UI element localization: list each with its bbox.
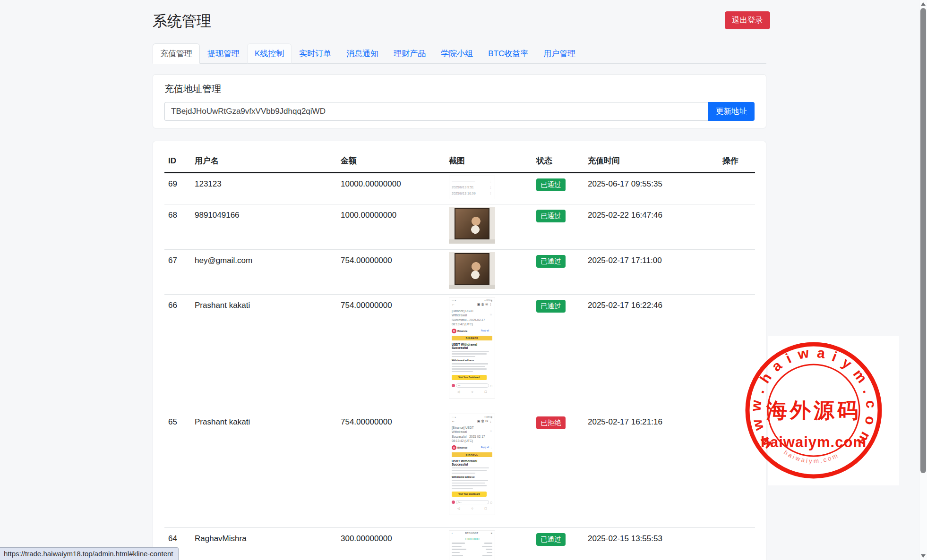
screenshot-thumbnail[interactable]: ◦◦◦ ▸▾ 88%▮ ←▣ 🗑 ✉ ⋮ ☆ [Binance] USDT Wi… xyxy=(449,297,495,399)
cell-status: 已通过 xyxy=(532,250,584,295)
tab-users[interactable]: 用户管理 xyxy=(536,43,583,64)
status-badge: 已通过 xyxy=(536,300,566,313)
cell-screenshot xyxy=(445,204,532,250)
table-row: 65 Prashant kakati 754.00000000 ◦◦◦ ▸▾ 8… xyxy=(164,411,755,528)
cell-username: hey@gmail.com xyxy=(191,250,337,295)
cell-username: RaghavMishra xyxy=(191,528,337,560)
cell-id: 66 xyxy=(164,295,191,411)
table-row: 67 hey@gmail.com 754.00000000 已通过 2025-0… xyxy=(164,250,755,295)
binance-brand-bar: BINANCE xyxy=(452,452,492,457)
cell-time: 2025-02-17 16:22:46 xyxy=(584,295,719,411)
admin-page: 系统管理 退出登录 充值管理 提现管理 K线控制 实时订单 消息通知 理财产品 … xyxy=(0,0,927,560)
cell-amount: 754.00000000 xyxy=(337,250,445,295)
stamp-center-chinese: 海外源码 xyxy=(766,399,861,422)
screenshot-thumbnail[interactable]: ◦◦◦ ▸▾ 88%▮ ←▣ 🗑 ✉ ⋮ ☆ [Binance] USDT Wi… xyxy=(449,414,495,515)
col-header-id: ID xyxy=(164,152,191,173)
vertical-scrollbar[interactable] xyxy=(919,0,927,560)
screenshot-thumbnail[interactable]: ⋮ 2025/6/13 9:51⋮ 2025/6/13 16:09⋮ xyxy=(449,176,495,199)
status-badge: 已通过 xyxy=(536,533,566,546)
cell-action xyxy=(719,250,755,295)
cell-username: 9891049166 xyxy=(191,204,337,250)
col-header-action: 操作 xyxy=(719,152,755,173)
col-header-username: 用户名 xyxy=(191,152,337,173)
page-title: 系统管理 xyxy=(153,11,211,31)
status-bubble: https://trade.haiwaiym18.top/admin.html#… xyxy=(0,547,179,560)
table-row: 69 123123 10000.00000000 ⋮ 2025/6/13 9:5… xyxy=(164,173,755,204)
sender-avatar: B xyxy=(452,445,456,450)
cell-time: 2025-02-15 13:55:53 xyxy=(584,528,719,560)
old-man-painting xyxy=(455,208,489,239)
cell-status: 已拒绝 xyxy=(532,411,584,528)
cell-status: 已通过 xyxy=(532,173,584,204)
tab-orders[interactable]: 实时订单 xyxy=(292,43,339,64)
screenshot-thumbnail[interactable] xyxy=(449,252,495,289)
svg-text:haiwaiym.com: haiwaiym.com xyxy=(782,449,839,465)
cell-screenshot xyxy=(445,250,532,295)
cell-status: 已通过 xyxy=(532,295,584,411)
status-badge: 已通过 xyxy=(536,255,566,268)
cell-amount: 10000.00000000 xyxy=(337,173,445,204)
scroll-up-arrow-icon[interactable] xyxy=(921,2,926,6)
cell-action xyxy=(719,204,755,250)
stamp-center-domain: haiwaiym.com xyxy=(761,434,867,450)
col-header-amount: 金额 xyxy=(337,152,445,173)
cell-username: Prashant kakati xyxy=(191,411,337,528)
col-header-shot: 截图 xyxy=(445,152,532,173)
logout-button[interactable]: 退出登录 xyxy=(725,11,770,29)
col-header-time: 充值时间 xyxy=(584,152,719,173)
sender-avatar: B xyxy=(452,329,456,333)
cell-time: 2025-02-17 16:21:16 xyxy=(584,411,719,528)
cell-username: 123123 xyxy=(191,173,337,204)
table-row: 68 9891049166 1000.00000000 已通过 2025-02-… xyxy=(164,204,755,250)
table-row: 66 Prashant kakati 754.00000000 ◦◦◦ ▸▾ 8… xyxy=(164,295,755,411)
scrollbar-thumb[interactable] xyxy=(920,8,926,473)
cell-amount: 754.00000000 xyxy=(337,411,445,528)
table-row: 64 RaghavMishra 300.00000000 ‹BTC/USDT≡ … xyxy=(164,528,755,560)
cell-amount: 1000.00000000 xyxy=(337,204,445,250)
cell-amount: 300.00000000 xyxy=(337,528,445,560)
cell-time: 2025-06-17 09:55:35 xyxy=(584,173,719,204)
cell-time: 2025-02-17 17:11:00 xyxy=(584,250,719,295)
scroll-down-arrow-icon[interactable] xyxy=(921,554,926,558)
screenshot-thumbnail[interactable]: ‹BTC/USDT≡ +300.0000 xyxy=(449,530,495,560)
binance-brand-bar: BINANCE xyxy=(452,336,492,340)
stamp-arc-bottom-text: haiwaiym.com xyxy=(782,449,839,465)
cell-id: 68 xyxy=(164,204,191,250)
tab-kline[interactable]: K线控制 xyxy=(247,43,292,64)
cell-id: 69 xyxy=(164,173,191,204)
recharge-table: ID 用户名 金额 截图 状态 充值时间 操作 69 123123 10000.… xyxy=(164,152,755,560)
col-header-status: 状态 xyxy=(532,152,584,173)
watermark-stamp: www.haiwaiym.com 海外源码 haiwaiym.com haiwa… xyxy=(743,339,884,481)
recharge-table-card: ID 用户名 金额 截图 状态 充值时间 操作 69 123123 10000.… xyxy=(153,141,766,560)
status-badge: 已通过 xyxy=(536,210,566,222)
cell-screenshot: ◦◦◦ ▸▾ 88%▮ ←▣ 🗑 ✉ ⋮ ☆ [Binance] USDT Wi… xyxy=(445,411,532,528)
old-man-painting xyxy=(455,253,489,285)
cell-amount: 754.00000000 xyxy=(337,295,445,411)
tab-btc-yield[interactable]: BTC收益率 xyxy=(481,43,536,64)
cell-screenshot: ⋮ 2025/6/13 9:51⋮ 2025/6/13 16:09⋮ xyxy=(445,173,532,204)
screenshot-thumbnail[interactable] xyxy=(449,207,495,244)
tab-withdraw[interactable]: 提现管理 xyxy=(200,43,247,64)
cell-username: Prashant kakati xyxy=(191,295,337,411)
recharge-address-card: 充值地址管理 更新地址 xyxy=(153,74,766,128)
cell-action xyxy=(719,528,755,560)
status-badge: 已通过 xyxy=(536,178,566,191)
tab-academy[interactable]: 学院小组 xyxy=(433,43,481,64)
recharge-address-input[interactable] xyxy=(164,102,708,121)
cell-status: 已通过 xyxy=(532,204,584,250)
table-header-row: ID 用户名 金额 截图 状态 充值时间 操作 xyxy=(164,152,755,173)
update-address-button[interactable]: 更新地址 xyxy=(708,102,755,121)
tab-recharge[interactable]: 充值管理 xyxy=(153,43,200,64)
tab-bar: 充值管理 提现管理 K线控制 实时订单 消息通知 理财产品 学院小组 BTC收益… xyxy=(153,43,766,64)
status-badge: 已拒绝 xyxy=(536,416,566,429)
tab-notify[interactable]: 消息通知 xyxy=(339,43,386,64)
cell-id: 67 xyxy=(164,250,191,295)
cell-id: 65 xyxy=(164,411,191,528)
tab-products[interactable]: 理财产品 xyxy=(386,43,433,64)
address-input-group: 更新地址 xyxy=(164,102,755,121)
cell-screenshot: ‹BTC/USDT≡ +300.0000 xyxy=(445,528,532,560)
cell-time: 2025-02-22 16:47:46 xyxy=(584,204,719,250)
address-card-title: 充值地址管理 xyxy=(164,83,755,95)
cell-screenshot: ◦◦◦ ▸▾ 88%▮ ←▣ 🗑 ✉ ⋮ ☆ [Binance] USDT Wi… xyxy=(445,295,532,411)
cell-action xyxy=(719,173,755,204)
